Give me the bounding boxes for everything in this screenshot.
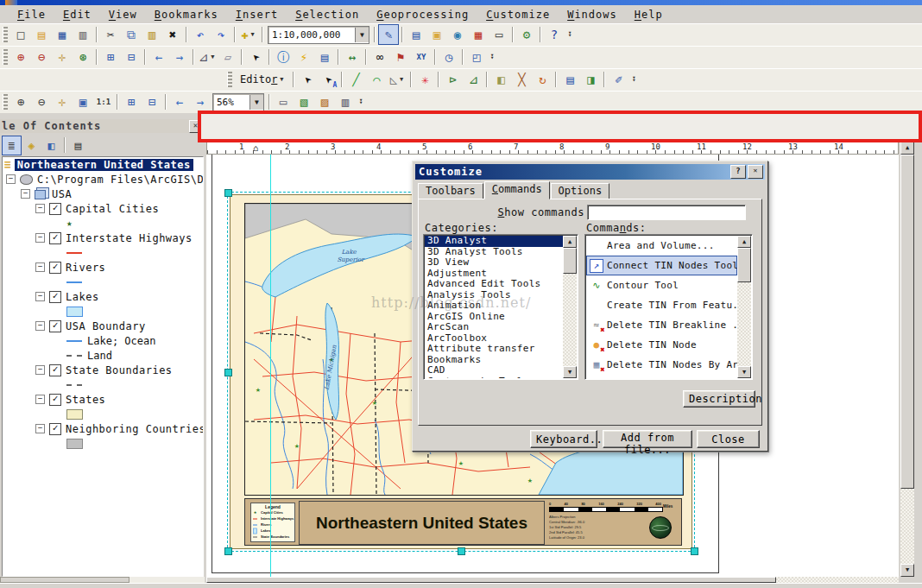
- expander-icon[interactable]: −: [35, 424, 45, 433]
- cut-button[interactable]: ✂: [100, 24, 121, 45]
- category-item[interactable]: CAD: [425, 365, 563, 376]
- print-button[interactable]: ▥: [73, 24, 93, 45]
- paste-button[interactable]: ▥: [142, 24, 162, 45]
- tab-commands[interactable]: Commands: [484, 181, 550, 199]
- delete-button[interactable]: ✖: [162, 24, 183, 45]
- menu-geoprocessing[interactable]: Geoprocessing: [368, 7, 477, 22]
- menu-insert[interactable]: Insert: [227, 7, 287, 22]
- command-item[interactable]: ⋰Digitize TIN Line Tool: [586, 375, 737, 378]
- legend-symbol-row[interactable]: ★: [3, 216, 203, 231]
- vertical-scrollbar[interactable]: ▲ ▼: [900, 142, 914, 577]
- layout-pan-button[interactable]: ✛: [52, 92, 73, 112]
- layout-zoom-combo[interactable]: 56%▼: [212, 93, 264, 111]
- change-layout-button[interactable]: ▨: [314, 92, 335, 112]
- toc-tree-item[interactable]: −✓States: [3, 392, 203, 407]
- point-tool-button[interactable]: ✳: [414, 69, 435, 90]
- layer-checkbox[interactable]: ✓: [49, 423, 61, 435]
- toc-horizontal-scrollbar[interactable]: [0, 577, 205, 583]
- edit-vertices-button[interactable]: ⊳: [442, 69, 463, 90]
- menu-file[interactable]: File: [9, 7, 54, 22]
- layout-back-extent-button[interactable]: ←: [169, 92, 190, 112]
- menu-bookmarks[interactable]: Bookmarks: [146, 7, 227, 22]
- fixed-zoom-out-button[interactable]: ⊟: [121, 47, 142, 67]
- arctoolbox-button[interactable]: ▦: [468, 24, 489, 45]
- pan-button[interactable]: ✛: [52, 47, 73, 67]
- sketch-properties-button[interactable]: ◨: [580, 69, 601, 90]
- zoom-100-button[interactable]: 1:1: [93, 92, 114, 112]
- menu-view[interactable]: View: [100, 7, 146, 22]
- map-scale-combo[interactable]: 1:10,000,000▼: [268, 26, 369, 44]
- endpoint-arc-button[interactable]: ⌒: [366, 69, 387, 90]
- layer-checkbox[interactable]: ✓: [49, 394, 61, 406]
- toolbar-overflow-icon[interactable]: ▾▾: [487, 47, 497, 66]
- tab-options[interactable]: Options: [551, 183, 610, 199]
- command-item[interactable]: ●✖Delete TIN Node: [586, 335, 737, 355]
- rotate-button[interactable]: ↻: [532, 69, 553, 90]
- command-item[interactable]: Create TIN From Featu...: [586, 295, 737, 315]
- command-item[interactable]: ▦✖Delete TIN Nodes By Area: [586, 355, 737, 375]
- attributes-button[interactable]: ▤: [559, 69, 580, 90]
- list-by-drawing-order-button[interactable]: ≣: [2, 136, 22, 155]
- menu-selection[interactable]: Selection: [287, 7, 368, 22]
- full-extent-button[interactable]: ⊛: [73, 47, 93, 67]
- editor-menu-button[interactable]: Editor▼: [235, 70, 290, 89]
- categories-scrollbar[interactable]: ▲ ▼: [563, 236, 577, 378]
- legend-symbol-row[interactable]: [3, 436, 203, 451]
- layer-checkbox[interactable]: ✓: [49, 320, 61, 332]
- chevron-down-icon[interactable]: ▼: [355, 28, 369, 42]
- layout-fixed-zoom-out-button[interactable]: ⊟: [142, 92, 162, 112]
- copy-button[interactable]: ⧉: [121, 24, 142, 45]
- expander-icon[interactable]: −: [35, 204, 45, 213]
- whats-this-button[interactable]: ?: [544, 24, 565, 45]
- layout-zoom-in-button[interactable]: ⊕: [10, 92, 31, 112]
- save-button[interactable]: ▦: [52, 24, 73, 45]
- measure-button[interactable]: ↔: [342, 47, 363, 67]
- add-data-button[interactable]: ✚▼: [238, 24, 259, 45]
- toc-tree-item[interactable]: −✓Rivers: [3, 260, 203, 275]
- toc-tree-item[interactable]: −✓Interstate Highways: [3, 231, 203, 245]
- time-slider-button[interactable]: ◷: [439, 47, 459, 67]
- expander-icon[interactable]: −: [35, 262, 45, 272]
- category-item[interactable]: 3D View: [425, 257, 563, 269]
- zoom-in-button[interactable]: ⊕: [10, 47, 31, 67]
- fixed-zoom-in-button[interactable]: ⊞: [100, 47, 121, 67]
- toolbar-grip[interactable]: [3, 94, 8, 110]
- toc-tree-item[interactable]: ≡Northeastern United States: [3, 157, 203, 172]
- edit-tool-button[interactable]: ➤: [297, 69, 318, 90]
- tab-toolbars[interactable]: Toolbars: [418, 183, 483, 199]
- category-item[interactable]: Cartography Tools: [425, 376, 563, 379]
- menu-windows[interactable]: Windows: [559, 7, 626, 22]
- clear-selection-button[interactable]: ▱: [218, 47, 238, 67]
- legend-symbol-row[interactable]: Lake; Ocean: [3, 333, 203, 348]
- expander-icon[interactable]: −: [35, 233, 45, 243]
- find-button[interactable]: ∞: [369, 47, 390, 67]
- toggle-draft-mode-button[interactable]: ▭: [273, 92, 294, 112]
- data-driven-pages-button[interactable]: ▥: [335, 92, 356, 112]
- customize-dialog-titlebar[interactable]: Customize ? ✕: [415, 164, 765, 180]
- commands-listbox[interactable]: Area and Volume...↗Connect TIN Nodes Too…: [584, 234, 753, 380]
- layout-zoom-out-button[interactable]: ⊖: [31, 92, 52, 112]
- toc-tree-item[interactable]: −✓Lakes: [3, 289, 203, 304]
- expander-icon[interactable]: −: [35, 395, 45, 404]
- category-item[interactable]: Advanced Edit Tools: [425, 279, 563, 290]
- forward-extent-button[interactable]: →: [169, 47, 190, 67]
- create-features-button[interactable]: ✐: [608, 69, 628, 90]
- toolbar-grip[interactable]: [3, 49, 8, 65]
- catalog-window-button[interactable]: ▣: [426, 24, 447, 45]
- close-icon[interactable]: ✕: [748, 165, 763, 179]
- categories-listbox[interactable]: 3D Analyst3D Analyst Tools3D ViewAdjustm…: [423, 234, 578, 380]
- category-item[interactable]: Animation: [425, 300, 563, 312]
- expander-icon[interactable]: −: [35, 365, 45, 375]
- toc-tree-item[interactable]: −USA: [3, 187, 203, 201]
- zoom-whole-page-button[interactable]: ▣: [73, 92, 93, 112]
- legend-symbol-row[interactable]: [3, 245, 203, 260]
- selection-handle[interactable]: [224, 547, 232, 555]
- category-item[interactable]: ArcScan: [425, 322, 563, 333]
- toc-tree-item[interactable]: −C:\Program Files\ArcGIS\Desktop10: [3, 172, 203, 187]
- selection-handle[interactable]: [458, 547, 465, 555]
- cut-polygons-button[interactable]: ◧: [490, 69, 511, 90]
- expander-icon[interactable]: −: [21, 189, 30, 199]
- category-item[interactable]: Attribute transfer: [425, 344, 563, 355]
- category-item[interactable]: Bookmarks: [425, 355, 563, 366]
- commands-scrollbar[interactable]: ▲ ▼: [737, 236, 751, 378]
